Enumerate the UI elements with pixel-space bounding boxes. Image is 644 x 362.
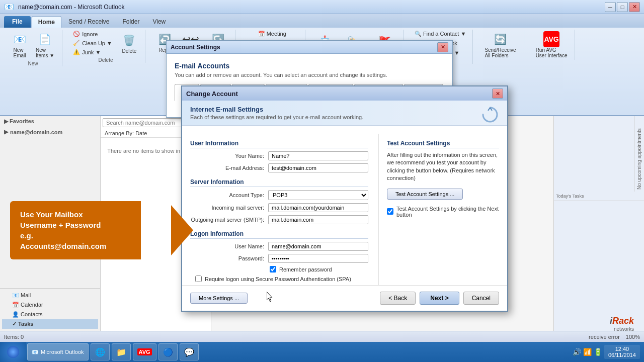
test-auto-label: Test Account Settings by clicking the Ne… bbox=[396, 206, 499, 218]
spa-label: Require logon using Secure Password Auth… bbox=[205, 276, 351, 282]
account-settings-close-button[interactable]: ✕ bbox=[437, 42, 448, 52]
taskbar-outlook[interactable]: 📧 Microsoft Outlook bbox=[27, 343, 89, 360]
tab-folder[interactable]: Folder bbox=[116, 16, 145, 28]
delete-button[interactable]: 🗑️ Delete bbox=[118, 31, 141, 55]
internet-email-icon bbox=[481, 106, 499, 124]
status-right: receive error 100% bbox=[589, 334, 640, 340]
taskbar-outlook-label: Microsoft Outlook bbox=[41, 349, 84, 355]
favorites-section[interactable]: ▶ Favorites bbox=[0, 116, 100, 127]
irack-logo: iRack networks bbox=[610, 316, 634, 332]
cleanup-icon: 🧹 bbox=[73, 40, 80, 46]
new-group-label: New bbox=[28, 61, 38, 66]
mail-nav[interactable]: 📧 Mail bbox=[2, 291, 98, 300]
taskbar-outlook-icon: 📧 bbox=[32, 349, 39, 355]
minimize-button[interactable]: ─ bbox=[605, 2, 616, 12]
spa-checkbox[interactable] bbox=[195, 276, 202, 282]
maximize-button[interactable]: □ bbox=[617, 2, 628, 12]
right-panel: No upcoming appointments Today's Tasks bbox=[553, 116, 644, 331]
avg-icon: AVG bbox=[543, 31, 559, 47]
next-button[interactable]: Next > bbox=[420, 292, 459, 305]
send-receive-all-button[interactable]: 🔄 Send/ReceiveAll Folders bbox=[481, 30, 519, 60]
taskbar-explorer-icon: 📁 bbox=[116, 347, 126, 357]
delete-icon: 🗑️ bbox=[121, 32, 137, 48]
title-bar: 📧 name@domain.com - Microsoft Outlook ─ … bbox=[0, 0, 644, 14]
remember-password-checkbox[interactable] bbox=[270, 266, 276, 273]
avg-label: Run AVGUser Interface bbox=[536, 47, 568, 58]
server-info-title: Server Information bbox=[190, 178, 368, 187]
account-type-label: Account Type: bbox=[190, 192, 268, 198]
internet-email-desc: Each of these settings are required to g… bbox=[190, 114, 499, 120]
window-title: name@domain.com - Microsoft Outlook bbox=[18, 4, 604, 11]
incoming-server-input[interactable] bbox=[268, 203, 368, 212]
your-name-label: Your Name: bbox=[190, 153, 268, 159]
taskbar-skype[interactable]: 💬 bbox=[180, 343, 199, 360]
email-address-label: E-mail Address: bbox=[190, 165, 268, 171]
new-email-button[interactable]: 📧 NewEmail bbox=[8, 30, 31, 60]
new-items-button[interactable]: 📄 NewItems ▼ bbox=[32, 30, 58, 60]
test-settings-desc: After filling out the information on thi… bbox=[387, 151, 499, 183]
contacts-nav[interactable]: 👤 Contacts bbox=[2, 310, 98, 319]
taskbar-chrome[interactable]: 🔵 bbox=[158, 343, 178, 360]
test-auto-row: Test Account Settings by clicking the Ne… bbox=[387, 206, 499, 218]
test-auto-checkbox[interactable] bbox=[387, 208, 393, 215]
taskbar-clock[interactable]: 12:40 06/11/2014 bbox=[604, 345, 640, 359]
test-settings-title: Test Account Settings bbox=[387, 140, 499, 148]
internet-email-title: Internet E-mail Settings bbox=[190, 106, 499, 113]
more-settings-button[interactable]: More Settings ... bbox=[190, 293, 248, 304]
junk-icon: ⚠️ bbox=[73, 49, 80, 55]
tab-home[interactable]: Home bbox=[32, 16, 61, 28]
account-type-select[interactable]: POP3 IMAP bbox=[268, 190, 368, 200]
tasks-nav[interactable]: ✓ Tasks bbox=[2, 319, 98, 329]
clean-up-button[interactable]: 🧹 Clean Up ▼ bbox=[70, 39, 115, 47]
ribbon-group-avg: AVG Run AVGUser Interface bbox=[528, 30, 576, 60]
taskbar-ie-icon: 🌐 bbox=[95, 347, 105, 357]
mailbox-section[interactable]: ▶ name@domain.com bbox=[0, 127, 100, 137]
footer-buttons: < Back Next > Cancel bbox=[380, 292, 499, 305]
ribbon-group-delete: 🚫 Ignore 🧹 Clean Up ▼ ⚠️ Junk ▼ 🗑️ Delet… bbox=[66, 30, 145, 63]
mailbox-label: name@domain.com bbox=[10, 129, 62, 135]
clock-time: 12:40 bbox=[608, 346, 636, 352]
username-input[interactable] bbox=[268, 242, 368, 251]
start-button[interactable] bbox=[0, 342, 26, 362]
arrow-body: Use Your Mailbox Username + Password e.g… bbox=[10, 201, 141, 259]
junk-button[interactable]: ⚠️ Junk ▼ bbox=[70, 48, 115, 56]
logon-info-title: Logon Information bbox=[190, 230, 368, 239]
your-name-input[interactable] bbox=[268, 151, 368, 160]
taskbar-avg[interactable]: AVG bbox=[133, 343, 156, 360]
arrow-shape: Use Your Mailbox Username + Password e.g… bbox=[10, 201, 171, 259]
ignore-button[interactable]: 🚫 Ignore bbox=[70, 30, 115, 38]
delete-group-buttons: 🚫 Ignore 🧹 Clean Up ▼ ⚠️ Junk ▼ 🗑️ Delet… bbox=[70, 30, 141, 56]
outgoing-server-input[interactable] bbox=[268, 215, 368, 224]
tab-file[interactable]: File bbox=[4, 16, 31, 28]
outlook-icon: 📧 bbox=[4, 2, 14, 12]
email-address-input[interactable] bbox=[268, 163, 368, 172]
taskbar-ie[interactable]: 🌐 bbox=[91, 343, 110, 360]
annotation-line3: e.g. bbox=[20, 231, 33, 240]
close-button[interactable]: ✕ bbox=[629, 2, 640, 12]
taskbar-chrome-icon: 🔵 bbox=[163, 347, 173, 357]
your-name-row: Your Name: bbox=[190, 151, 368, 160]
ribbon-group-new: 📧 NewEmail 📄 NewItems ▼ New bbox=[4, 30, 62, 66]
svg-line-2 bbox=[488, 108, 490, 111]
meeting-button[interactable]: 📅 Meeting bbox=[256, 30, 289, 38]
taskbar-explorer[interactable]: 📁 bbox=[112, 343, 131, 360]
avg-button[interactable]: AVG Run AVGUser Interface bbox=[532, 30, 571, 60]
change-account-title: Change Account bbox=[186, 90, 492, 98]
form-left-col: User Information Your Name: E-mail Addre… bbox=[190, 134, 368, 285]
account-settings-titlebar: Account Settings ✕ bbox=[167, 41, 452, 54]
change-account-close-button[interactable]: ✕ bbox=[492, 88, 503, 99]
new-items-icon: 📄 bbox=[37, 31, 53, 47]
tab-send-receive[interactable]: Send / Receive bbox=[62, 16, 115, 28]
dialog-footer: More Settings ... < Back Next > Cancel bbox=[182, 285, 507, 311]
back-button[interactable]: < Back bbox=[380, 292, 416, 305]
tab-view[interactable]: View bbox=[146, 16, 172, 28]
cancel-button[interactable]: Cancel bbox=[463, 292, 499, 305]
new-email-label: NewEmail bbox=[13, 47, 26, 58]
password-input[interactable] bbox=[268, 254, 368, 263]
outgoing-server-row: Outgoing mail server (SMTP): bbox=[190, 215, 368, 224]
find-contact-button[interactable]: 🔍 Find a Contact ▼ bbox=[412, 30, 469, 38]
new-email-icon: 📧 bbox=[12, 31, 28, 47]
calendar-nav[interactable]: 📅 Calendar bbox=[2, 300, 98, 310]
account-type-row: Account Type: POP3 IMAP bbox=[190, 190, 368, 200]
test-account-settings-button[interactable]: Test Account Settings ... bbox=[387, 189, 463, 200]
